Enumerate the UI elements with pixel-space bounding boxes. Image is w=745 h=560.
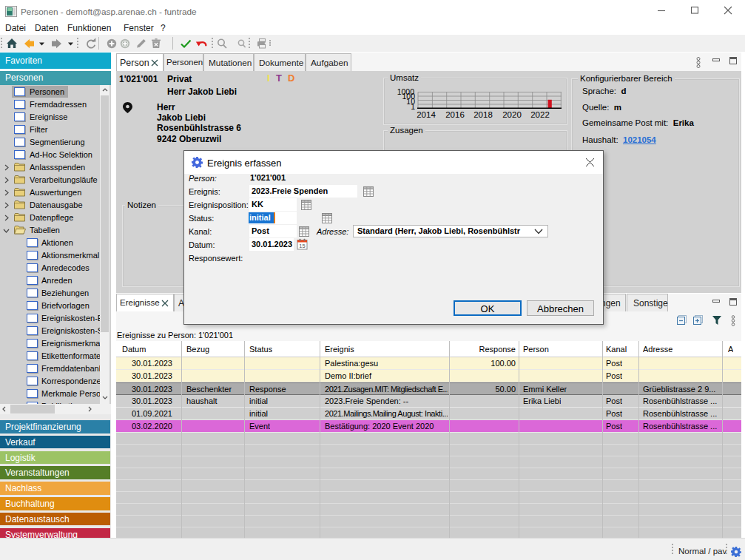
svg-text:2020: 2020 [502,110,522,119]
svg-text:1: 1 [411,102,415,111]
svg-text:2022: 2022 [530,110,550,119]
svg-text:15: 15 [299,243,305,249]
svg-text:2018: 2018 [473,110,493,119]
svg-text:2014: 2014 [417,110,436,119]
svg-text:2016: 2016 [445,110,465,119]
